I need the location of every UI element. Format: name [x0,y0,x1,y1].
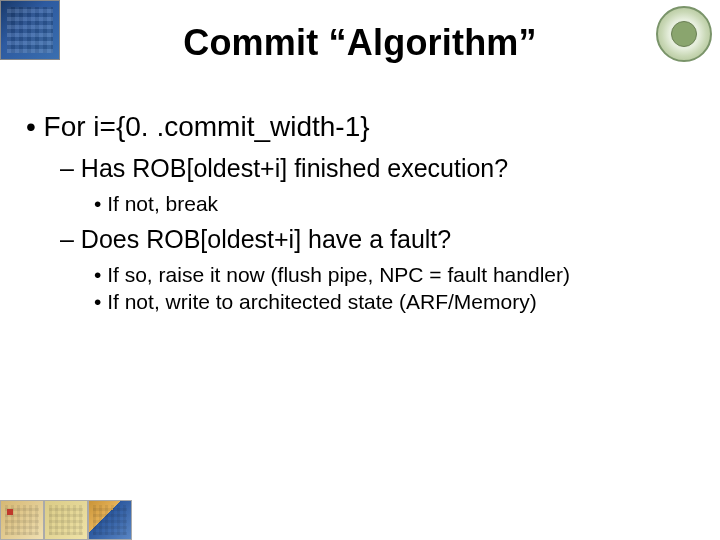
bullet-text: Does ROB[oldest+i] have a fault? [81,225,451,253]
footer-strip [0,500,132,540]
decorative-chip-footer-1 [0,500,44,540]
bullet-text: If not, write to architected state (ARF/… [107,290,536,313]
bullet-level3: If so, raise it now (flush pipe, NPC = f… [94,261,694,288]
bullet-text: For i={0. .commit_width-1} [44,111,370,142]
bullet-text: If not, break [107,192,218,215]
institution-seal-icon [656,6,712,62]
seal-center-icon [671,21,697,47]
decorative-chip-top-left [0,0,60,60]
decorative-chip-footer-3 [88,500,132,540]
bullet-text: If so, raise it now (flush pipe, NPC = f… [107,263,570,286]
slide-body: For i={0. .commit_width-1} Has ROB[oldes… [26,108,694,323]
bullet-level2: Does ROB[oldest+i] have a fault? If so, … [60,223,694,315]
bullet-text: Has ROB[oldest+i] finished execution? [81,154,508,182]
bullet-level3: If not, write to architected state (ARF/… [94,288,694,315]
slide-title: Commit “Algorithm” [0,22,720,64]
bullet-level3: If not, break [94,190,694,217]
bullet-level2: Has ROB[oldest+i] finished execution? If… [60,152,694,217]
bullet-level1: For i={0. .commit_width-1} Has ROB[oldes… [26,108,694,315]
decorative-chip-footer-2 [44,500,88,540]
